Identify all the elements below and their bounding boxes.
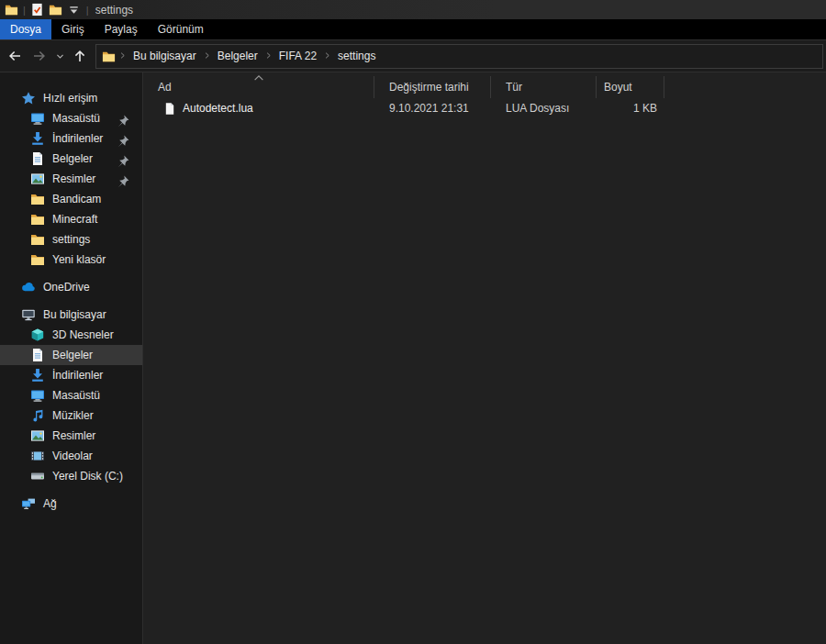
sidebar-item-masa-st[interactable]: Masaüstü [0,108,142,128]
column-header-t-r[interactable]: Tür [491,76,597,98]
column-header-label: Boyut [604,81,632,94]
pictures-icon [30,428,45,443]
file-modified-cell: 9.10.2021 21:31 [374,102,491,115]
main-area: Hızlı erişimMasaüstüİndirilenlerBelgeler… [0,72,826,644]
chevron-down-icon [55,51,65,61]
file-type-cell: LUA Dosyası [491,102,597,115]
music-icon [30,408,45,423]
chevron-down-icon [67,3,81,17]
desktop-icon [30,388,45,403]
sidebar-item-label: Yerel Disk (C:) [52,470,123,483]
documents-icon [30,348,45,362]
breadcrumb-chevron-icon [264,51,273,60]
sidebar-item-masa-st[interactable]: Masaüstü [0,385,142,405]
column-header-label: Değiştirme tarihi [389,81,469,94]
sidebar: Hızlı erişimMasaüstüİndirilenlerBelgeler… [0,72,143,644]
file-name: Autodetect.lua [183,102,253,115]
folder-icon [30,232,45,247]
column-header-label: Tür [506,81,522,94]
folder-icon [30,252,45,267]
breadcrumb-item-fifa-22[interactable]: FIFA 22 [273,50,323,62]
sidebar-item-label: Bu bilgisayar [43,308,106,321]
column-header-ad[interactable]: Ad [143,76,374,98]
ribbon-tabs: DosyaGirişPaylaşGörünüm [0,19,826,39]
pin-icon [116,134,130,149]
forward-button[interactable] [28,44,50,68]
titlebar: | | settings [0,0,826,19]
sidebar-item-label: Yeni klasör [52,253,106,266]
back-button[interactable] [4,44,26,68]
sidebar-item-label: İndirilenler [52,369,103,382]
downloads-icon [30,131,45,146]
location-folder-icon [102,50,116,63]
sidebar-item-minecraft[interactable]: Minecraft [0,209,142,229]
explorer-window: | | settings DosyaGirişPaylaşGörünüm Bu … [0,0,826,644]
sidebar-item-onedrive[interactable]: OneDrive [0,277,142,297]
sidebar-item-m-zikler[interactable]: Müzikler [0,405,142,426]
sidebar-item-i-ndirilenler[interactable]: İndirilenler [0,128,142,149]
tab-giri[interactable]: Giriş [51,19,95,39]
file-row-autodetect-lua[interactable]: Autodetect.lua9.10.2021 21:31LUA Dosyası… [143,98,826,118]
titlebar-separator: | [23,5,26,16]
cloud-icon [21,280,36,294]
downloads-icon [30,368,45,383]
documents-icon [30,151,45,166]
sidebar-item-i-ndirilenler[interactable]: İndirilenler [0,365,142,385]
file-size-cell: 1 KB [597,102,664,115]
breadcrumb: Bu bilgisayarBelgelerFIFA 22settings [118,45,382,68]
sidebar-item-settings[interactable]: settings [0,229,142,250]
sort-ascending-icon [252,73,265,82]
back-arrow-icon [7,49,22,63]
recent-locations-dropdown[interactable] [53,44,66,68]
new-folder-button[interactable] [47,1,65,18]
breadcrumb-chevron-icon [203,51,211,60]
folder-icon [5,3,18,17]
window-folder-icon[interactable] [2,1,20,18]
sidebar-item-label: Belgeler [52,152,93,165]
tab-g-r-n-m[interactable]: Görünüm [148,19,214,39]
column-header-label: Ad [158,81,172,94]
forward-arrow-icon [32,49,47,63]
sidebar-item-label: Bandicam [52,193,101,205]
sidebar-item-bu-bilgisayar[interactable]: Bu bilgisayar [0,305,142,325]
sidebar-item-belgeler[interactable]: Belgeler [0,345,142,365]
column-headers: AdDeğiştirme tarihiTürBoyut [143,76,826,98]
quick-access-toolbar-dropdown[interactable] [65,1,84,18]
tab-dosya[interactable]: Dosya [0,19,51,39]
properties-check-icon [30,3,44,17]
breadcrumb-item-bu-bilgisayar[interactable]: Bu bilgisayar [127,50,203,62]
sidebar-item-yerel-disk-c[interactable]: Yerel Disk (C:) [0,466,142,486]
sidebar-item-videolar[interactable]: Videolar [0,446,142,466]
breadcrumb-item-belgeler[interactable]: Belgeler [211,50,264,62]
sidebar-item-h-zl-eri-im[interactable]: Hızlı erişim [0,88,142,108]
pin-icon [116,154,130,169]
up-arrow-icon [73,49,87,63]
pin-icon [116,114,130,128]
tab-payla[interactable]: Paylaş [95,19,148,39]
properties-button[interactable] [28,1,47,18]
file-icon [163,102,176,116]
sidebar-item-yeni-klas-r[interactable]: Yeni klasör [0,250,142,270]
videos-icon [30,449,45,463]
sidebar-item-belgeler[interactable]: Belgeler [0,149,142,169]
breadcrumb-item-settings[interactable]: settings [331,50,382,62]
sidebar-item-resimler[interactable]: Resimler [0,169,142,189]
sidebar-item-bandicam[interactable]: Bandicam [0,189,142,209]
sidebar-item-a[interactable]: Ağ [0,494,142,514]
sidebar-item-3d-nesneler[interactable]: 3D Nesneler [0,325,142,345]
address-bar[interactable]: Bu bilgisayarBelgelerFIFA 22settings [95,44,823,69]
window-title: settings [95,4,133,17]
up-button[interactable] [69,44,91,68]
network-icon [21,496,36,511]
sidebar-item-label: OneDrive [43,281,90,294]
sidebar-item-label: Resimler [52,172,95,185]
column-header-de-i-tirme-tarihi[interactable]: Değiştirme tarihi [374,76,491,98]
navigation-bar: Bu bilgisayarBelgelerFIFA 22settings [0,39,826,72]
sidebar-section-bu-bilgisayar: Bu bilgisayar3D NesnelerBelgelerİndirile… [0,305,142,486]
sidebar-item-label: Ağ [43,497,57,510]
sidebar-item-label: Masaüstü [52,389,100,402]
sidebar-item-label: Minecraft [52,213,97,226]
sidebar-item-label: settings [52,233,90,246]
sidebar-item-resimler[interactable]: Resimler [0,426,142,446]
column-header-boyut[interactable]: Boyut [597,76,664,98]
